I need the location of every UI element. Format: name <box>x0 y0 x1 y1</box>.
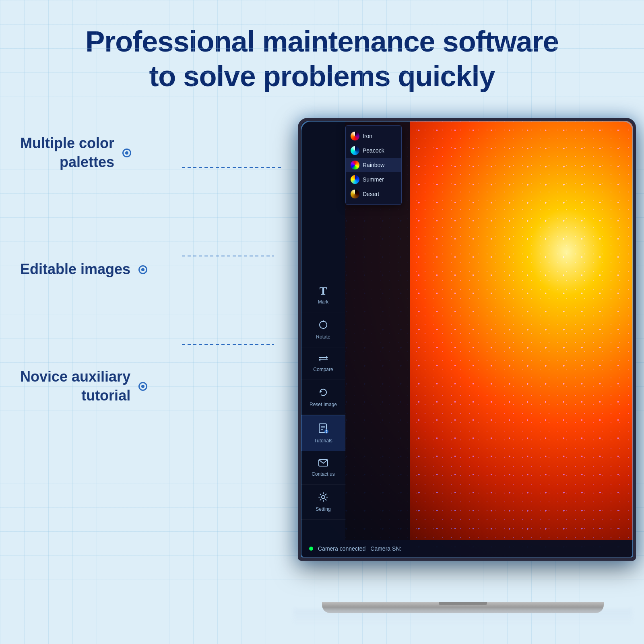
palette-icon-desert <box>351 190 359 198</box>
contact-icon <box>318 458 328 469</box>
screen-inner: T Mark Rotate <box>301 121 633 557</box>
annotation-dot-tutorial <box>138 382 147 391</box>
annotation-label-color-palettes: Multiple colorpalettes <box>20 134 114 172</box>
reset-icon <box>318 387 328 399</box>
sidebar-label-compare: Compare <box>313 367 333 372</box>
palette-label-desert: Desert <box>363 191 379 197</box>
palette-icon-peacock <box>351 146 359 155</box>
sidebar-btn-rotate[interactable]: Rotate <box>301 312 345 347</box>
mark-icon: T <box>320 285 327 297</box>
palette-label-iron: Iron <box>363 133 372 139</box>
setting-icon <box>318 492 328 504</box>
svg-point-15 <box>326 432 327 433</box>
palette-item-summer[interactable]: Summer <box>346 172 401 187</box>
palette-icon-iron <box>351 132 359 140</box>
svg-point-17 <box>322 495 325 499</box>
laptop-reflection <box>294 609 632 625</box>
palette-label-summer: Summer <box>363 176 384 183</box>
svg-marker-7 <box>319 358 320 361</box>
camera-sn-label: Camera SN: <box>370 545 401 552</box>
annotation-tutorial: Novice auxiliarytutorial <box>20 367 147 405</box>
annotation-label-tutorial: Novice auxiliarytutorial <box>20 367 130 405</box>
camera-connected-text: Camera connected <box>318 545 365 552</box>
palette-label-peacock: Peacock <box>363 147 384 154</box>
annotation-label-editable-images: Editable images <box>20 260 130 279</box>
sidebar-btn-tutorials[interactable]: Tutorials <box>301 415 345 451</box>
palette-item-desert[interactable]: Desert <box>346 187 401 201</box>
palette-icon-summer <box>351 175 359 184</box>
annotation-dot-color-palettes <box>122 149 131 157</box>
annotation-editable-images: Editable images <box>20 260 147 279</box>
tutorials-icon <box>318 423 329 436</box>
annotations-container: Multiple colorpalettes Editable images N… <box>20 134 147 405</box>
annotation-dot-editable-images <box>138 265 147 274</box>
status-bar: Camera connected Camera SN: <box>301 540 633 557</box>
svg-marker-8 <box>320 390 322 393</box>
sidebar-label-rotate: Rotate <box>316 334 330 340</box>
compare-icon <box>318 355 328 364</box>
sidebar-btn-reset[interactable]: Reset Image <box>301 380 345 415</box>
sidebar-label-mark: Mark <box>318 299 329 305</box>
sidebar-label-tutorials: Tutorials <box>314 438 332 444</box>
sidebar-btn-mark[interactable]: T Mark <box>301 278 345 312</box>
annotation-color-palettes: Multiple colorpalettes <box>20 134 147 172</box>
rotate-icon <box>318 320 328 332</box>
palette-item-iron[interactable]: Iron <box>346 129 401 143</box>
sidebar-btn-setting[interactable]: Setting <box>301 485 345 520</box>
palette-label-rainbow: Rainbow <box>363 162 384 168</box>
palette-icon-rainbow <box>351 161 359 169</box>
camera-status-dot <box>309 547 313 551</box>
sidebar-label-reset: Reset Image <box>310 402 337 407</box>
sidebar-btn-compare[interactable]: Compare <box>301 347 345 380</box>
palette-item-rainbow[interactable]: Rainbow <box>346 158 401 172</box>
page-title: Professional maintenance software to sol… <box>0 0 644 110</box>
laptop-screen: T Mark Rotate <box>298 118 636 561</box>
sidebar-label-setting: Setting <box>316 506 330 512</box>
sidebar-spacer <box>301 129 345 278</box>
svg-marker-5 <box>326 356 328 359</box>
laptop-container: T Mark Rotate <box>282 110 644 633</box>
sidebar-label-contact: Contact us <box>312 471 334 477</box>
main-content: Multiple colorpalettes Editable images N… <box>0 110 644 644</box>
palette-item-peacock[interactable]: Peacock <box>346 143 401 158</box>
sidebar-btn-contact[interactable]: Contact us <box>301 451 345 485</box>
palette-dropdown: Iron Peacock Rainbow Summe <box>345 125 402 205</box>
sidebar-panel: T Mark Rotate <box>301 121 345 557</box>
